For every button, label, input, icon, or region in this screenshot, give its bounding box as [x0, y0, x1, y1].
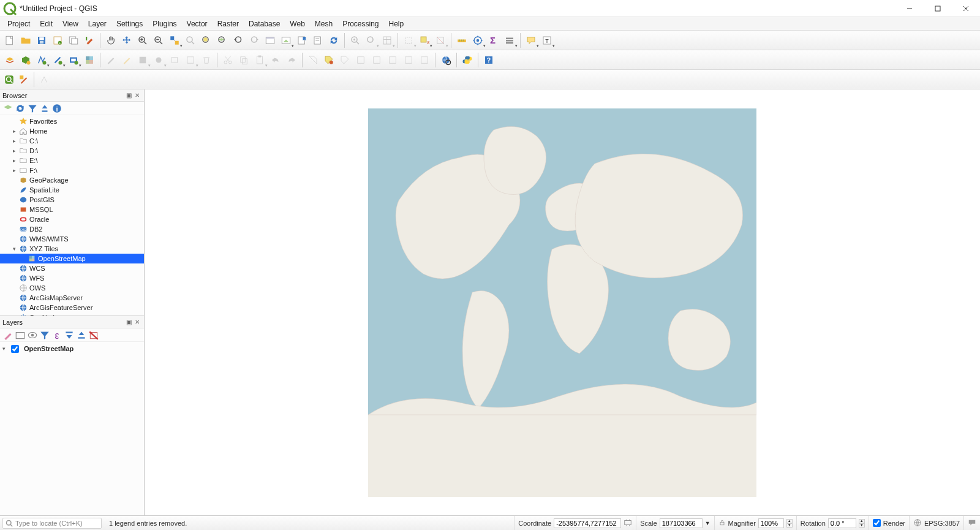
new-geopackage-button[interactable] [18, 53, 33, 67]
rot-up[interactable]: ▲ [859, 519, 865, 523]
remove-layer-icon[interactable] [88, 330, 99, 341]
manage-visibility-icon[interactable] [27, 330, 38, 341]
browser-node-xyz-tiles[interactable]: ▾XYZ Tiles [0, 244, 144, 254]
rot-down[interactable]: ▼ [859, 523, 865, 528]
current-edits-button[interactable] [104, 53, 118, 67]
show-map-tips-button[interactable] [524, 33, 538, 48]
metasearch-button[interactable] [439, 53, 453, 67]
new-map-view-button[interactable] [263, 33, 277, 48]
move-feature-button[interactable] [167, 53, 182, 67]
menu-plugins[interactable]: Plugins [148, 18, 181, 29]
new-spatialite-button[interactable] [50, 53, 65, 67]
browser-node-arcgismapserver[interactable]: ArcGisMapServer [0, 293, 144, 303]
show-bookmarks-button[interactable] [311, 33, 325, 48]
paste-features-button[interactable] [252, 53, 267, 67]
browser-node-wcs[interactable]: WCS [0, 263, 144, 273]
toggle-editing-button[interactable] [119, 53, 134, 67]
new-virtual-layer-button[interactable] [66, 53, 81, 67]
identify-features-button[interactable] [364, 33, 379, 48]
menu-help[interactable]: Help [384, 18, 409, 29]
coordinate-capture-button[interactable] [37, 73, 51, 86]
browser-node-ows[interactable]: OWS [0, 283, 144, 293]
zoom-full-button[interactable] [183, 33, 198, 48]
filter-by-expression-icon[interactable]: ε [51, 330, 62, 341]
collapse-all-icon[interactable] [39, 103, 50, 114]
select-features-button[interactable] [401, 33, 416, 48]
crs-value[interactable]: EPSG:3857 [924, 520, 960, 527]
identify-button[interactable] [348, 33, 363, 48]
browser-node-openstreetmap[interactable]: OpenStreetMap [0, 254, 144, 263]
georeferencer-button[interactable] [17, 73, 31, 86]
messages-icon[interactable] [968, 518, 976, 528]
new-project-button[interactable] [2, 33, 17, 48]
crs-icon[interactable] [913, 518, 922, 528]
change-label-button[interactable] [417, 53, 432, 67]
browser-node-db2[interactable]: DB2DB2 [0, 224, 144, 234]
open-project-button[interactable] [18, 33, 33, 48]
layer-styling-icon[interactable] [2, 330, 13, 341]
menu-view[interactable]: View [58, 18, 83, 29]
extents-icon[interactable] [624, 518, 632, 528]
layer-visibility-checkbox[interactable] [11, 345, 19, 353]
zoom-to-layer-button[interactable] [215, 33, 230, 48]
toolbox-button[interactable] [470, 33, 485, 48]
browser-node-e-[interactable]: ▸E:\ [0, 156, 144, 165]
layer-label-button[interactable] [306, 53, 320, 67]
scale-dropdown-icon[interactable]: ▼ [705, 520, 710, 526]
map-canvas[interactable] [145, 89, 980, 515]
cut-features-button[interactable] [221, 53, 235, 67]
add-layer-icon[interactable] [2, 103, 13, 114]
rotation-value[interactable] [828, 518, 856, 528]
python-console-button[interactable] [460, 53, 475, 67]
layer-diagram-button[interactable] [322, 53, 336, 67]
browser-undock-button[interactable]: ▣ [124, 92, 133, 99]
magnifier-value[interactable] [758, 518, 784, 528]
refresh-button[interactable] [326, 33, 341, 48]
refresh-browser-icon[interactable] [15, 103, 26, 114]
digitize-button[interactable] [183, 53, 198, 67]
pin-labels-button[interactable] [353, 53, 368, 67]
properties-icon[interactable]: i [51, 103, 62, 114]
menu-mesh[interactable]: Mesh [310, 18, 337, 29]
style-manager-button[interactable] [82, 33, 97, 48]
browser-node-wfs[interactable]: WFS [0, 273, 144, 283]
deselect-all-button[interactable] [433, 33, 448, 48]
window-maximize-button[interactable] [924, 0, 952, 17]
pan-map-button[interactable] [104, 33, 118, 48]
browser-node-d-[interactable]: ▸D:\ [0, 146, 144, 156]
filter-legend-icon[interactable] [39, 330, 50, 341]
browser-node-mssql[interactable]: MSSQL [0, 205, 144, 214]
window-close-button[interactable] [952, 0, 980, 17]
mag-up[interactable]: ▲ [786, 519, 793, 523]
zoom-out-button[interactable] [151, 33, 166, 48]
menu-database[interactable]: Database [244, 18, 285, 29]
new-print-layout-button[interactable]: + [50, 33, 65, 48]
expand-all-icon[interactable] [64, 330, 75, 341]
zoom-to-selection-button[interactable] [199, 33, 214, 48]
mag-down[interactable]: ▼ [786, 523, 793, 528]
browser-node-favorites[interactable]: Favorites [0, 116, 144, 126]
browser-node-wms-wmts[interactable]: WMS/WMTS [0, 234, 144, 244]
layers-undock-button[interactable]: ▣ [124, 319, 133, 325]
browser-node-postgis[interactable]: PostGIS [0, 195, 144, 205]
new-shapefile-button[interactable] [34, 53, 49, 67]
menu-raster[interactable]: Raster [213, 18, 244, 29]
menu-processing[interactable]: Processing [337, 18, 383, 29]
browser-node-oracle[interactable]: Oracle [0, 214, 144, 224]
help-button[interactable]: ? [481, 53, 496, 67]
menu-project[interactable]: Project [2, 18, 35, 29]
new-bookmark-button[interactable] [295, 33, 309, 48]
delete-selected-button[interactable] [199, 53, 214, 67]
window-minimize-button[interactable] [895, 0, 924, 17]
field-calculator-button[interactable]: Σ [486, 33, 501, 48]
quick-osm-button[interactable] [2, 73, 16, 86]
layers-panel-header[interactable]: Layers ▣ ✕ [0, 316, 144, 328]
filter-browser-icon[interactable] [27, 103, 38, 114]
coordinate-value[interactable] [554, 518, 621, 528]
zoom-last-button[interactable] [231, 33, 246, 48]
open-attribute-table-button[interactable] [380, 33, 394, 48]
measure-button[interactable] [454, 33, 469, 48]
menu-layer[interactable]: Layer [83, 18, 111, 29]
render-checkbox[interactable] [873, 519, 881, 527]
select-by-expression-button[interactable]: ε [417, 33, 432, 48]
